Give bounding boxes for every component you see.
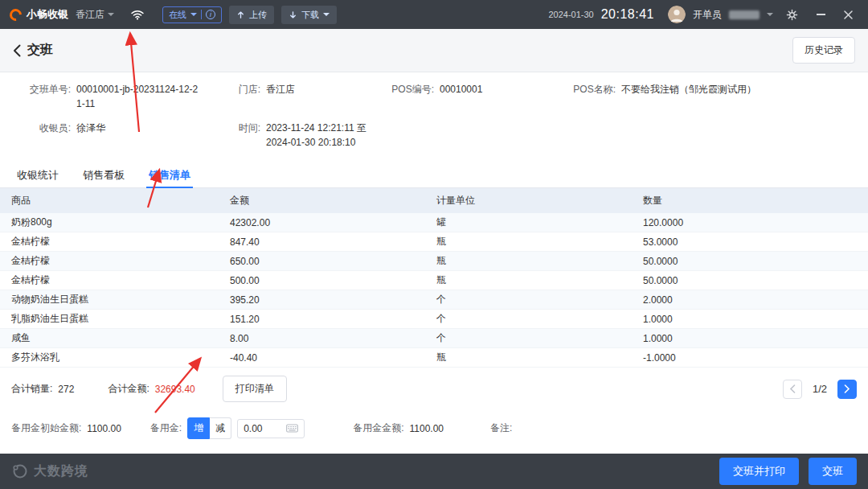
current-time: 20:18:41 bbox=[601, 7, 654, 22]
next-page-button[interactable] bbox=[837, 380, 857, 399]
time-value: 2023-11-24 12:21:11 至 2024-01-30 20:18:1… bbox=[266, 121, 388, 150]
table-cell: 金桔柠檬 bbox=[0, 271, 219, 290]
upload-button[interactable]: 上传 bbox=[229, 6, 274, 24]
col-unit: 计量单位 bbox=[425, 188, 632, 213]
prev-page-button[interactable] bbox=[783, 380, 802, 399]
back-button[interactable]: 交班 bbox=[13, 42, 53, 59]
table-cell: 1.0000 bbox=[632, 329, 868, 348]
wifi-icon bbox=[131, 10, 144, 20]
chevron-down-icon[interactable] bbox=[767, 13, 773, 19]
shift-panel: 交班单号: 00010001-jb-20231124-12-21-11 门店: … bbox=[0, 72, 868, 454]
topbar: 小畅收银 香江店 在线 i 上传 下载 20 bbox=[0, 0, 868, 29]
topbar-right: 2024-01-30 20:18:41 开单员 bbox=[548, 6, 858, 23]
shift-no-field: 交班单号: 00010001-jb-20231124-12-21-11 bbox=[6, 82, 225, 111]
current-date: 2024-01-30 bbox=[548, 10, 593, 19]
chevron-down-icon bbox=[323, 13, 330, 19]
tab-sales-board[interactable]: 销售看板 bbox=[71, 162, 137, 187]
tab-sales-list[interactable]: 销售清单 bbox=[137, 162, 203, 187]
app-logo: 小畅收银 bbox=[10, 7, 68, 22]
close-button[interactable] bbox=[838, 8, 858, 22]
page-header: 交班 历史记录 bbox=[0, 29, 868, 72]
cashier-field: 收银员: 徐泽华 bbox=[6, 121, 225, 150]
total-qty-label: 合计销量: bbox=[11, 382, 52, 396]
app-window: 小畅收银 香江店 在线 i 上传 下载 20 bbox=[0, 0, 868, 489]
chevron-left-icon bbox=[789, 384, 796, 393]
table-row: 奶粉800g42302.00罐120.0000 bbox=[0, 213, 868, 232]
table-cell: 50.0000 bbox=[632, 252, 868, 271]
cashier-value: 徐泽华 bbox=[76, 121, 105, 135]
page-indicator: 1/2 bbox=[813, 383, 827, 395]
keyboard-icon[interactable] bbox=[286, 424, 298, 433]
upload-label: 上传 bbox=[249, 9, 267, 21]
reserve-input-value: 0.00 bbox=[244, 423, 262, 434]
shift-and-print-button[interactable]: 交班并打印 bbox=[719, 458, 799, 485]
reserve-amount-label: 备用金金额: bbox=[353, 421, 403, 435]
minimize-icon bbox=[817, 14, 825, 15]
table-row: 金桔柠檬650.00瓶50.0000 bbox=[0, 252, 868, 271]
total-amount-value: 32693.40 bbox=[155, 384, 195, 395]
history-button[interactable]: 历史记录 bbox=[792, 37, 855, 64]
pos-name-field: POS名称: 不要给我注销（邹光霞测试用） bbox=[566, 82, 868, 111]
role-label: 开单员 bbox=[693, 8, 722, 22]
table-cell: -1.0000 bbox=[632, 348, 868, 368]
download-icon bbox=[289, 10, 297, 19]
page-title: 交班 bbox=[27, 42, 53, 59]
reserve-label: 备用金: bbox=[150, 421, 182, 435]
chevron-down-icon bbox=[108, 13, 114, 19]
table-cell: 金桔柠檬 bbox=[0, 252, 219, 271]
minimize-button[interactable] bbox=[811, 11, 831, 18]
table-cell: 847.40 bbox=[219, 232, 425, 252]
avatar[interactable] bbox=[668, 6, 686, 23]
upload-icon bbox=[236, 10, 245, 19]
table-row: 乳脂奶油生日蛋糕151.20个1.0000 bbox=[0, 310, 868, 329]
reserve-amount-value: 1100.00 bbox=[410, 423, 444, 434]
table-cell: 瓶 bbox=[425, 271, 632, 290]
table-cell: -40.40 bbox=[219, 348, 425, 368]
shift-button[interactable]: 交班 bbox=[809, 458, 857, 485]
table-cell: 53.0000 bbox=[632, 232, 868, 252]
reserve-mode-toggle: 增 减 bbox=[187, 417, 231, 439]
reserve-amount-input[interactable]: 0.00 bbox=[237, 419, 305, 438]
shift-no-value: 00010001-jb-20231124-12-21-11 bbox=[76, 82, 199, 111]
table-cell: 42302.00 bbox=[219, 213, 425, 232]
col-amount: 金额 bbox=[219, 188, 425, 213]
info-row: 收银员: 徐泽华 时间: 2023-11-24 12:21:11 至 2024-… bbox=[6, 121, 868, 150]
col-quantity: 数量 bbox=[632, 188, 868, 213]
sales-table-header: 商品 金额 计量单位 数量 bbox=[0, 188, 868, 213]
sales-table: 商品 金额 计量单位 数量 奶粉800g42302.00罐120.0000金桔柠… bbox=[0, 188, 868, 368]
table-cell: 500.00 bbox=[219, 271, 425, 290]
decrease-button[interactable]: 减 bbox=[210, 417, 231, 439]
info-icon[interactable]: i bbox=[206, 10, 215, 19]
online-status-label: 在线 bbox=[169, 9, 186, 21]
download-button[interactable]: 下载 bbox=[281, 6, 337, 24]
note-label: 备注: bbox=[490, 421, 512, 435]
table-cell: 395.20 bbox=[219, 290, 425, 310]
brand-name: 大数跨境 bbox=[34, 463, 88, 480]
online-status-selector[interactable]: 在线 i bbox=[162, 6, 222, 23]
store-name: 香江店 bbox=[76, 8, 104, 22]
table-row: 咸鱼8.00个1.0000 bbox=[0, 329, 868, 348]
store-label: 门店: bbox=[225, 82, 260, 97]
table-cell: 151.20 bbox=[219, 310, 425, 329]
info-row: 交班单号: 00010001-jb-20231124-12-21-11 门店: … bbox=[6, 82, 868, 111]
pos-no-label: POS编号: bbox=[384, 82, 434, 97]
table-cell: 瓶 bbox=[425, 348, 632, 368]
logo-icon bbox=[7, 6, 24, 23]
table-cell: 个 bbox=[425, 290, 632, 310]
footer-bar: 大数跨境 交班并打印 交班 bbox=[0, 454, 868, 489]
print-list-button[interactable]: 打印清单 bbox=[223, 376, 287, 402]
store-selector[interactable]: 香江店 bbox=[76, 8, 114, 22]
table-cell: 650.00 bbox=[219, 252, 425, 271]
table-cell: 罐 bbox=[425, 213, 632, 232]
app-name: 小畅收银 bbox=[27, 7, 68, 22]
tab-bar: 收银统计 销售看板 销售清单 bbox=[0, 162, 868, 188]
increase-button[interactable]: 增 bbox=[187, 417, 210, 439]
settings-button[interactable] bbox=[780, 6, 804, 23]
reserve-bar: 备用金初始金额: 1100.00 备用金: 增 减 0.00 备用金金额: 11… bbox=[0, 409, 868, 447]
brand-logo: 大数跨境 bbox=[11, 462, 88, 480]
table-cell: 个 bbox=[425, 329, 632, 348]
username-redacted bbox=[729, 10, 760, 19]
table-row: 金桔柠檬847.40瓶53.0000 bbox=[0, 232, 868, 252]
tab-cashier-stats[interactable]: 收银统计 bbox=[5, 162, 71, 187]
divider bbox=[201, 10, 202, 19]
